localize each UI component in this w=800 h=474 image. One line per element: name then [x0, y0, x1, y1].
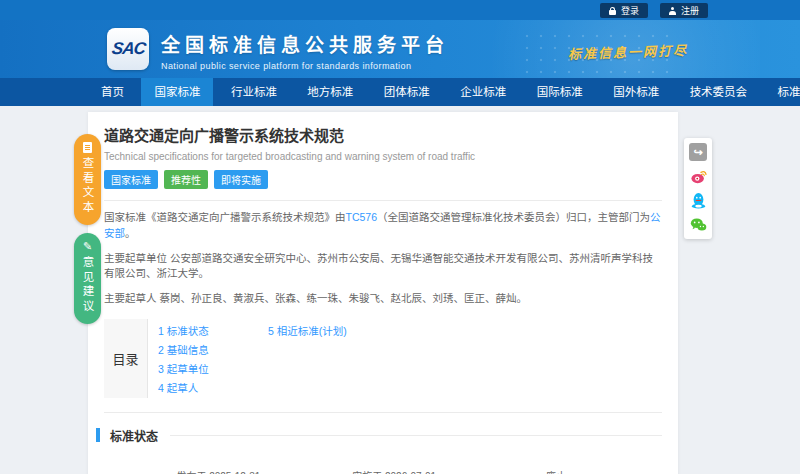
intro-text-1: 国家标准《道路交通定向广播警示系统技术规范》由 [104, 211, 346, 223]
sac-logo-text: SAC [110, 39, 146, 59]
toc-link-drafters[interactable]: 4 起草人 [158, 379, 268, 398]
nav-item-standardization-talent[interactable]: 标准化人才 [765, 78, 800, 106]
drafting-units-paragraph: 主要起草单位 公安部道路交通安全研究中心、苏州市公安局、无锡华通智能交通技术开发… [104, 251, 662, 283]
site-header: SAC 全国标准信息公共服务平台 National public service… [0, 20, 800, 78]
nav-item-industry-standards[interactable]: 行业标准 [218, 78, 290, 106]
drafters-paragraph: 主要起草人 蔡岗、孙正良、黄淑兵、张森、练一珠、朱骏飞、赵北辰、刘琇、匡正、薛灿… [104, 291, 662, 307]
edit-icon: ✎ [83, 241, 92, 252]
page: 登录 注册 SAC 全国标准信息公共服务平台 National public s… [0, 0, 800, 474]
site-titles: 全国标准信息公共服务平台 National public service pla… [161, 30, 449, 71]
toc-link-related-standards[interactable]: 5 相近标准(计划) [268, 322, 347, 341]
view-text-button[interactable]: 查看文本 [74, 134, 101, 225]
divider [104, 200, 662, 201]
sac-logo[interactable]: SAC [107, 28, 149, 70]
nav-item-home[interactable]: 首页 [88, 78, 137, 106]
nav-item-national-standards[interactable]: 国家标准 [141, 78, 213, 106]
toc-link-basic-info[interactable]: 2 基础信息 [158, 341, 268, 360]
toc-label: 目录 [112, 349, 138, 368]
view-text-label: 查看文本 [80, 157, 96, 215]
toc-label-cell: 目录 [104, 319, 148, 398]
nav-item-technical-committees[interactable]: 技术委员会 [677, 78, 761, 106]
weibo-icon[interactable] [689, 167, 707, 185]
user-icon [669, 7, 676, 15]
nav-item-international-standards[interactable]: 国际标准 [524, 78, 596, 106]
toc-link-status[interactable]: 1 标准状态 [158, 322, 268, 341]
section-rule [170, 435, 662, 436]
standard-intro-paragraph: 国家标准《道路交通定向广播警示系统技术规范》由TC576（全国道路交通管理标准化… [104, 210, 662, 242]
topbar-buttons: 登录 注册 [600, 3, 708, 18]
register-label: 注册 [681, 4, 699, 17]
tag-national-standard: 国家标准 [104, 170, 158, 189]
standard-title-en: Technical specifications for targeted br… [104, 151, 662, 162]
qq-icon[interactable] [689, 191, 707, 209]
timeline-step-implemented: 实施于 2026-07-01 [352, 468, 436, 474]
nav-item-enterprise-standards[interactable]: 企业标准 [447, 78, 519, 106]
login-button[interactable]: 登录 [600, 3, 648, 18]
timeline-label-published: 发布于 2025-12-31 [176, 468, 260, 474]
site-title: 全国标准信息公共服务平台 [161, 30, 449, 57]
share-panel: ↪ [684, 138, 712, 239]
wechat-icon[interactable] [689, 215, 707, 233]
toc-links: 1 标准状态 2 基础信息 3 起草单位 4 起草人 5 相近标准(计划) [148, 319, 347, 398]
nav-item-local-standards[interactable]: 地方标准 [294, 78, 366, 106]
status-timeline: 发布于 2025-12-31 实施于 2026-07-01 废止 [104, 458, 662, 474]
status-section-header: 标准状态 [104, 427, 662, 444]
status-section-title: 标准状态 [110, 427, 158, 444]
site-subtitle: National public service platform for sta… [161, 61, 449, 71]
standard-title-cn: 道路交通定向广播警示系统技术规范 [104, 124, 662, 145]
nav-item-foreign-standards[interactable]: 国外标准 [600, 78, 672, 106]
tag-recommended: 推荐性 [164, 170, 208, 189]
tc576-link[interactable]: TC576 [346, 211, 378, 223]
intro-text-2: （全国道路交通管理标准化技术委员会）归口，主管部门为 [377, 211, 650, 223]
timeline-step-abolished: 废止 [546, 468, 566, 474]
header-slogan: 标准信息一网打尽 [568, 40, 689, 63]
timeline-label-implemented: 实施于 2026-07-01 [352, 468, 436, 474]
table-of-contents: 目录 1 标准状态 2 基础信息 3 起草单位 4 起草人 5 相近标准(计划) [104, 319, 662, 413]
lock-icon [609, 10, 616, 15]
document-icon [83, 142, 92, 153]
standard-detail-card: 道路交通定向广播警示系统技术规范 Technical specification… [88, 112, 678, 474]
section-accent-bar [96, 428, 100, 442]
nav-item-group-standards[interactable]: 团体标准 [371, 78, 443, 106]
main-nav: 首页 国家标准 行业标准 地方标准 团体标准 企业标准 国际标准 国外标准 技术… [0, 78, 800, 106]
login-label: 登录 [621, 4, 639, 17]
tag-upcoming: 即将实施 [214, 170, 268, 189]
standard-tags: 国家标准 推荐性 即将实施 [104, 170, 662, 189]
side-buttons: 查看文本 ✎ 意见建议 [74, 134, 101, 324]
intro-text-3: 。 [125, 227, 136, 239]
register-button[interactable]: 注册 [660, 3, 708, 18]
main-content: 道路交通定向广播警示系统技术规范 Technical specification… [0, 106, 800, 474]
feedback-button[interactable]: ✎ 意见建议 [74, 233, 101, 324]
topbar: 登录 注册 [0, 0, 800, 20]
timeline-step-published: 发布于 2025-12-31 [176, 468, 260, 474]
timeline-label-abolished: 废止 [546, 468, 566, 474]
share-icon[interactable]: ↪ [689, 143, 707, 161]
feedback-label: 意见建议 [80, 256, 96, 314]
toc-link-drafting-units[interactable]: 3 起草单位 [158, 360, 268, 379]
